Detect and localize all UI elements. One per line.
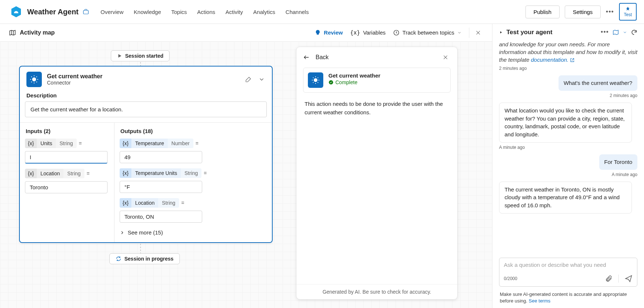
play-icon[interactable] — [499, 31, 503, 34]
check-circle-icon — [328, 80, 334, 85]
char-count: 0/2000 — [504, 276, 605, 281]
user-message: What's the current weather? — [559, 75, 637, 91]
nav-tab-actions[interactable]: Actions — [197, 7, 215, 17]
svg-rect-1 — [83, 10, 88, 14]
nav-tab-topics[interactable]: Topics — [171, 7, 187, 17]
app-header: Weather Agent Overview Knowledge Topics … — [0, 0, 644, 24]
output-var-temperature: {x}TemperatureNumber = — [120, 139, 267, 148]
disclaimer: Make sure AI-generated content is accura… — [498, 290, 639, 308]
nav-tab-activity[interactable]: Activity — [226, 7, 243, 17]
app-title: Weather Agent — [27, 8, 79, 16]
variable-icon: {x} — [120, 198, 131, 208]
see-terms-link[interactable]: See terms — [529, 298, 550, 304]
map-icon[interactable] — [612, 29, 619, 36]
chat-input[interactable]: Ask a question or describe what you need… — [499, 258, 637, 287]
variable-icon: {x} — [350, 29, 360, 36]
close-icon[interactable] — [473, 28, 483, 38]
svg-point-5 — [329, 80, 333, 85]
details-title: Get current weather — [328, 72, 381, 79]
weather-icon — [308, 72, 323, 88]
output-var-location: {x}LocationString = — [120, 198, 267, 208]
output-temp-units-value: °F — [120, 181, 202, 193]
attach-icon[interactable] — [605, 275, 612, 282]
activity-map-title: Activity map — [9, 29, 55, 36]
activity-map-pane: Activity map Review {x} Variables Track … — [0, 24, 492, 308]
connector-title: Get current weather — [47, 73, 240, 80]
play-icon — [117, 53, 122, 58]
action-details-panel: Back Get current weather — [296, 47, 458, 300]
test-button-label: Test — [624, 12, 632, 17]
nav-tab-overview[interactable]: Overview — [101, 7, 124, 17]
chevron-down-icon[interactable] — [623, 30, 627, 35]
inputs-column: Inputs (2) {x}UnitsString = I {x}Locatio… — [20, 123, 114, 242]
weather-icon — [26, 72, 42, 87]
test-button[interactable]: Test — [619, 3, 637, 21]
chevron-down-icon[interactable] — [258, 76, 265, 83]
timestamp: A minute ago — [499, 172, 637, 177]
close-icon[interactable] — [440, 52, 451, 62]
review-button[interactable]: Review — [311, 27, 347, 38]
refresh-icon[interactable] — [631, 29, 637, 36]
chat-log: and knowledge for your own needs. For mo… — [498, 40, 639, 254]
input-units-value[interactable]: I — [25, 151, 108, 164]
track-topics-button[interactable]: Track between topics — [389, 27, 465, 38]
nav-tab-analytics[interactable]: Analytics — [253, 7, 275, 17]
variable-icon: {x} — [25, 139, 37, 148]
nav-tab-channels[interactable]: Channels — [285, 7, 309, 17]
lightbulb-icon — [314, 29, 321, 36]
user-message: For Toronto — [599, 154, 637, 170]
activity-canvas[interactable]: Session started Get current weather Conn… — [0, 42, 492, 308]
app-logo-icon — [10, 6, 22, 18]
input-location-value[interactable]: Toronto — [25, 181, 108, 193]
edit-icon[interactable] — [245, 76, 252, 83]
output-temperature-value: 49 — [120, 151, 202, 163]
see-more-button[interactable]: See more (15) — [120, 228, 267, 236]
connector-card[interactable]: Get current weather Connector Descriptio… — [19, 66, 273, 243]
outputs-column: Outputs (18) {x}TemperatureNumber = 49 {… — [114, 123, 272, 242]
arrow-left-icon — [303, 54, 310, 61]
variable-icon: {x} — [120, 139, 131, 148]
svg-point-3 — [32, 78, 36, 82]
map-icon — [9, 29, 16, 36]
pin-icon — [625, 6, 630, 11]
settings-button[interactable]: Settings — [565, 6, 601, 18]
test-panel-title: Test your agent — [506, 29, 597, 36]
publish-button[interactable]: Publish — [525, 6, 560, 18]
inputs-label: Inputs (2) — [25, 128, 109, 134]
output-var-temp-units: {x}Temperature UnitsString = — [120, 168, 267, 178]
details-footer: Generated by AI. Be sure to check for ac… — [296, 284, 457, 299]
activity-toolbar: Activity map Review {x} Variables Track … — [0, 24, 492, 42]
input-var-units: {x}UnitsString = — [25, 139, 109, 148]
back-button[interactable]: Back — [303, 54, 329, 61]
session-started-node[interactable]: Session started — [111, 50, 170, 61]
send-icon[interactable] — [625, 275, 633, 283]
variable-icon: {x} — [120, 168, 131, 178]
timestamp: A minute ago — [499, 145, 637, 150]
outputs-label: Outputs (18) — [120, 128, 267, 134]
header-actions: Publish Settings ••• Test — [525, 3, 637, 21]
track-icon — [393, 29, 400, 36]
description-label: Description — [20, 91, 272, 101]
details-body: This action needs to be done to provide … — [296, 93, 457, 284]
svg-point-4 — [314, 78, 317, 82]
nav-tab-knowledge[interactable]: Knowledge — [134, 7, 161, 17]
action-summary-card: Get current weather Complete — [303, 68, 451, 93]
session-progress-node[interactable]: Session in progress — [109, 253, 180, 264]
external-link-icon — [570, 58, 575, 62]
more-icon[interactable]: ••• — [601, 28, 609, 36]
variables-button[interactable]: {x} Variables — [346, 27, 389, 38]
input-var-location: {x}LocationString = — [25, 169, 109, 178]
chevron-right-icon — [120, 230, 125, 235]
system-intro: and knowledge for your own needs. For mo… — [499, 40, 637, 64]
refresh-icon — [116, 256, 121, 262]
chevron-down-icon — [457, 31, 462, 35]
bot-message: The current weather in Toronto, ON is mo… — [499, 182, 632, 214]
briefcase-icon[interactable] — [81, 7, 90, 16]
more-icon[interactable]: ••• — [606, 8, 614, 16]
timestamp: 2 minutes ago — [499, 66, 637, 71]
documentation-link[interactable]: documentation. — [531, 57, 569, 63]
variable-icon: {x} — [25, 169, 37, 178]
output-location-value: Toronto, ON — [120, 211, 202, 223]
connector-subtitle: Connector — [47, 80, 240, 86]
nav-tabs: Overview Knowledge Topics Actions Activi… — [101, 7, 525, 17]
